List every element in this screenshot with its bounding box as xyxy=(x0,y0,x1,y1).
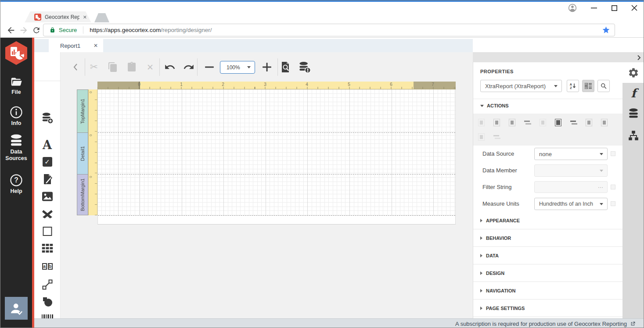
user-avatar[interactable] xyxy=(5,297,28,320)
toolbox-character-comb-icon[interactable]: ab xyxy=(42,263,53,270)
band-detail[interactable]: Detail1 xyxy=(77,132,88,175)
toolbox-divider xyxy=(34,81,61,81)
filter-string-field[interactable]: ··· xyxy=(534,181,608,193)
browser-forward-icon[interactable] xyxy=(18,25,29,36)
browser-reload-icon[interactable] xyxy=(31,25,42,36)
sidebar-item-file[interactable]: File xyxy=(0,76,32,96)
band-bottom-margin[interactable]: BottomMargin1 xyxy=(77,174,88,215)
add-data-source-icon[interactable] xyxy=(41,112,53,124)
vertical-ruler: 0 0 0 xyxy=(88,89,97,215)
zoom-out-icon[interactable] xyxy=(201,59,217,75)
action-icon-5[interactable] xyxy=(540,119,546,126)
toolbox-table-icon[interactable] xyxy=(42,244,53,253)
sort-az-button[interactable]: AZ xyxy=(567,80,579,92)
sidebar-item-info[interactable]: Info xyxy=(0,106,32,127)
collapse-toolbox-icon[interactable] xyxy=(70,59,81,75)
settings-gear-icon[interactable] xyxy=(628,67,639,78)
action-icon-11[interactable] xyxy=(493,133,500,141)
delete-icon[interactable]: ✕ xyxy=(141,59,159,75)
zoom-level-select[interactable]: 100% xyxy=(220,61,255,74)
toolbox-map-icon[interactable] xyxy=(42,209,53,219)
url-bar[interactable]: Secure https://apps.geocortex.com/report… xyxy=(43,24,615,36)
status-message: A subscription is required for productio… xyxy=(455,321,627,327)
window-close-button[interactable] xyxy=(630,3,639,13)
report-tab[interactable]: Report1 ✕ xyxy=(49,39,103,52)
toolbox-shape-icon[interactable] xyxy=(42,296,53,307)
sidebar-item-help[interactable]: ? Help xyxy=(0,174,32,195)
redo-icon[interactable] xyxy=(180,59,198,75)
geocortex-logo-icon[interactable] xyxy=(4,40,29,66)
browser-back-icon[interactable] xyxy=(6,25,16,36)
report-tab-close-icon[interactable]: ✕ xyxy=(94,43,98,49)
actions-section-header[interactable]: ACTIONS xyxy=(480,103,509,108)
cut-icon[interactable]: ✂ xyxy=(84,59,104,75)
action-icon-8[interactable] xyxy=(586,119,592,126)
ruler-mark: 7 xyxy=(432,82,434,87)
toolbox-panel-icon[interactable] xyxy=(43,227,52,236)
measure-units-select[interactable]: Hundredths of an Inch xyxy=(534,198,608,210)
new-tab-button[interactable] xyxy=(94,13,109,22)
search-properties-button[interactable] xyxy=(597,80,610,92)
window-top-border xyxy=(0,0,644,2)
search-icon xyxy=(600,82,608,90)
section-design[interactable]: DESIGN xyxy=(473,264,623,282)
toolbox-richtext-icon[interactable] xyxy=(42,174,53,185)
category-view-button[interactable] xyxy=(582,80,594,92)
paste-icon[interactable] xyxy=(123,59,140,75)
report-page[interactable] xyxy=(97,89,456,225)
validate-data-source-icon[interactable] xyxy=(296,59,313,75)
band-label-column: TopMargin1 Detail1 BottomMargin1 xyxy=(77,89,88,215)
section-divider xyxy=(473,99,623,99)
action-icon-6[interactable] xyxy=(555,119,561,126)
toolbox-picture-icon[interactable] xyxy=(42,192,53,201)
action-icon-1[interactable] xyxy=(478,119,485,126)
data-source-select[interactable]: none xyxy=(534,148,608,160)
collapse-panel-icon[interactable] xyxy=(635,53,643,61)
property-owner-select[interactable]: XtraReport (XtraReport) xyxy=(480,80,562,92)
zoom-in-icon[interactable] xyxy=(259,59,275,75)
bookmark-star-icon[interactable] xyxy=(602,26,610,34)
action-icon-4[interactable] xyxy=(524,119,531,126)
section-behavior[interactable]: BEHAVIOR xyxy=(473,229,623,247)
app-window: Geocortex Reporting ✕ Secure https://app… xyxy=(0,0,644,328)
band-top-margin[interactable]: TopMargin1 xyxy=(77,89,88,133)
measure-units-value: Hundredths of an Inch xyxy=(539,201,593,207)
report-explorer-icon[interactable] xyxy=(628,130,639,141)
band-separator[interactable] xyxy=(98,132,455,133)
section-page-settings[interactable]: PAGE SETTINGS xyxy=(473,299,623,317)
sidebar-item-data-sources[interactable]: Data Sources xyxy=(0,133,32,162)
ellipsis-icon[interactable]: ··· xyxy=(598,184,603,190)
action-icon-10[interactable] xyxy=(478,133,485,141)
action-icon-3[interactable] xyxy=(509,119,515,126)
copy-icon[interactable] xyxy=(104,59,122,75)
ruler-mark: 0 xyxy=(138,82,140,87)
data-member-select[interactable] xyxy=(534,164,608,177)
browser-profile-icon[interactable] xyxy=(568,3,577,13)
section-appearance[interactable]: APPEARANCE xyxy=(473,212,623,229)
preview-report-icon[interactable] xyxy=(279,59,292,75)
toolbox-line-icon[interactable] xyxy=(42,279,53,290)
actions-label: ACTIONS xyxy=(487,103,509,108)
section-navigation[interactable]: NAVIGATION xyxy=(473,282,623,299)
data-source-checkbox[interactable] xyxy=(611,151,615,156)
toolbox-label-icon[interactable]: A xyxy=(43,138,52,152)
external-link-icon[interactable] xyxy=(630,321,636,327)
expressions-icon[interactable]: f xyxy=(631,86,636,100)
measure-units-checkbox[interactable] xyxy=(611,201,615,206)
sidebar-item-label: File xyxy=(0,89,32,96)
window-minimize-button[interactable] xyxy=(589,3,599,13)
action-icon-2[interactable] xyxy=(493,119,500,126)
action-icon-7[interactable] xyxy=(570,119,577,126)
browser-tab-close-icon[interactable]: ✕ xyxy=(83,14,87,20)
window-maximize-button[interactable] xyxy=(609,3,619,13)
field-list-icon[interactable] xyxy=(628,108,639,119)
section-data[interactable]: DATA xyxy=(473,247,623,264)
ruler-ticks xyxy=(97,87,456,89)
band-separator[interactable] xyxy=(98,174,455,175)
filter-string-checkbox[interactable] xyxy=(611,185,615,189)
band-separator[interactable] xyxy=(98,215,455,216)
undo-icon[interactable] xyxy=(161,59,179,75)
browser-tab[interactable]: Geocortex Reporting ✕ xyxy=(25,11,91,23)
action-icon-9[interactable] xyxy=(601,119,608,126)
toolbox-checkbox-icon[interactable]: ✓ xyxy=(43,157,52,167)
